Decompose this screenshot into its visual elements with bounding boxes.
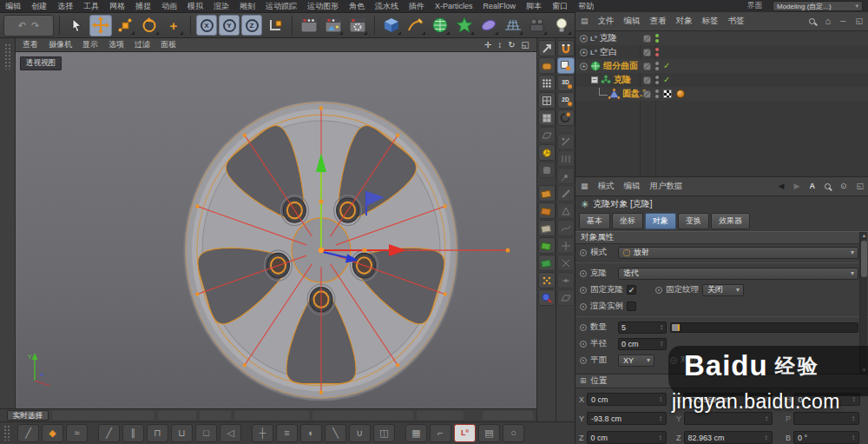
scale-tool-button[interactable] <box>114 15 136 36</box>
spline-pen-button[interactable] <box>404 15 427 36</box>
keyframe-circle-icon[interactable] <box>580 303 587 310</box>
fix-clone-checkbox[interactable]: ✓ <box>627 285 636 295</box>
enable-axis-button[interactable] <box>538 144 556 161</box>
size-y-input[interactable]: ↕ <box>684 412 773 425</box>
material-tag-icon[interactable] <box>676 89 685 98</box>
texture-tag-icon[interactable] <box>663 89 672 98</box>
last-tool-button[interactable]: + <box>162 15 185 36</box>
rot-p-input[interactable]: ↕ <box>793 412 859 425</box>
vp-menu-options[interactable]: 选项 <box>108 39 124 50</box>
menu-item-mesh[interactable]: 网格 <box>109 1 125 12</box>
scroll-up-icon[interactable]: ▲ <box>860 233 868 238</box>
wheel-rim-model[interactable]: Y <box>16 52 536 408</box>
menu-item-xparticles[interactable]: X-Particles <box>435 2 473 10</box>
spline-snap-button[interactable] <box>557 220 575 236</box>
am-menu-mode[interactable]: 模式 <box>598 181 615 192</box>
layer-toggle-icon[interactable] <box>643 63 651 70</box>
keyframe-circle-icon[interactable] <box>580 287 587 294</box>
object-label[interactable]: 细分曲面 <box>603 60 638 72</box>
gizmo-center-handle[interactable] <box>319 248 324 253</box>
polygons-mode-button[interactable] <box>538 109 556 126</box>
subdivision-surface-button[interactable] <box>429 15 451 36</box>
visibility-dots[interactable] <box>655 48 659 56</box>
undo-redo-button[interactable]: ↶↷ <box>3 15 54 36</box>
spinner-icon[interactable]: ↕ <box>660 323 663 331</box>
om-menu-edit[interactable]: 编辑 <box>624 16 641 27</box>
layer-toggle-icon[interactable] <box>643 35 651 43</box>
bridge-tool-button[interactable]: ◐ <box>300 424 322 442</box>
keyframe-circle-icon[interactable] <box>580 341 587 348</box>
uv-point-mode-button[interactable] <box>538 237 556 254</box>
keyframe-circle-icon[interactable] <box>580 249 587 256</box>
lock-z-axis-button[interactable]: Z <box>241 15 262 36</box>
viewport-solo-button[interactable] <box>538 289 556 306</box>
om-menu-file[interactable]: 文件 <box>598 16 615 27</box>
menu-item-edit[interactable]: 编辑 <box>5 1 21 12</box>
extrude-button[interactable]: ⊔ <box>171 424 193 442</box>
coordinate-system-button[interactable] <box>264 15 286 36</box>
floor-button[interactable] <box>502 15 524 36</box>
clones-select[interactable]: 迭代 <box>618 268 858 280</box>
lock-icon[interactable]: ⊙ <box>840 182 847 190</box>
tree-row-subdivision[interactable]: + 细分曲面 ✓ <box>575 59 868 73</box>
layer-toggle-icon[interactable] <box>643 76 651 84</box>
workplane-snap-button[interactable] <box>557 289 575 306</box>
vp-menu-view[interactable]: 查看 <box>23 39 38 50</box>
panel-menu-icon[interactable]: ▦ <box>581 182 589 190</box>
smooth-shift-button[interactable]: ⌐ <box>430 424 451 442</box>
array-tool-button[interactable]: ▦ <box>405 424 427 442</box>
snap-settings-button[interactable] <box>538 272 556 288</box>
plane-select[interactable]: XY <box>618 355 654 367</box>
grid-point-snap-button[interactable] <box>557 133 575 149</box>
optimize-button[interactable]: ○ <box>503 424 524 442</box>
dock-icon[interactable]: ◱ <box>856 182 864 190</box>
mode-select[interactable]: 放射 <box>618 247 858 259</box>
menu-item-mograph[interactable]: 运动图形 <box>307 1 339 12</box>
pos-z-input[interactable]: 0 cm↕ <box>587 431 667 444</box>
render-picture-viewer-button[interactable] <box>322 15 345 36</box>
brush-tool-button[interactable]: ╲ <box>325 424 346 442</box>
fix-texture-select[interactable]: 关闭 <box>702 284 744 296</box>
panel-menu-icon[interactable]: ▤ <box>581 17 589 25</box>
uv-polygon-mode-button[interactable] <box>538 220 556 236</box>
subdivide-button[interactable]: ▤ <box>478 424 500 442</box>
weld-tool-button[interactable]: ┼ <box>252 424 273 442</box>
visibility-dots[interactable] <box>655 34 659 43</box>
active-tool-chip[interactable]: 实时选择 <box>7 410 49 421</box>
points-mode-button[interactable] <box>538 75 556 91</box>
menu-item-pipeline[interactable]: 流水线 <box>375 1 398 12</box>
keyframe-circle-icon[interactable] <box>580 357 587 364</box>
slider-handle[interactable] <box>672 324 680 331</box>
workplane-mode-button[interactable] <box>538 127 556 143</box>
midpoint-snap-button[interactable] <box>557 272 575 288</box>
minimize-icon[interactable]: ─ <box>840 17 845 25</box>
menu-item-tools[interactable]: 工具 <box>83 1 99 12</box>
object-label[interactable]: 空白 <box>600 46 617 58</box>
left-palette-handle[interactable] <box>0 38 16 421</box>
menu-item-snap[interactable]: 捕捉 <box>135 1 151 12</box>
menu-item-window[interactable]: 窗口 <box>552 1 568 12</box>
model-mode-button[interactable] <box>538 57 556 74</box>
expander-icon[interactable]: − <box>591 76 598 83</box>
vp-menu-filter[interactable]: 过滤 <box>135 39 150 50</box>
light-button[interactable] <box>550 15 573 36</box>
tree-row-disc[interactable]: 圆盘.1 <box>575 87 868 101</box>
am-menu-userdata[interactable]: 用户数据 <box>650 181 683 192</box>
menu-item-animate[interactable]: 动画 <box>161 1 177 12</box>
pan-view-icon[interactable]: ✛ <box>484 41 491 50</box>
visibility-dots[interactable] <box>655 76 659 84</box>
menu-item-select[interactable]: 选择 <box>57 1 73 12</box>
expander-icon[interactable]: + <box>580 49 588 56</box>
texture-mode-button[interactable] <box>538 185 556 202</box>
menu-item-sculpt[interactable]: 雕刻 <box>240 1 255 12</box>
edge-snap-button[interactable] <box>557 185 575 202</box>
visibility-dots[interactable] <box>655 89 659 98</box>
deformer-button[interactable] <box>453 15 476 36</box>
inner-extrude-button[interactable]: □ <box>195 424 217 442</box>
vp-menu-cameras[interactable]: 摄像机 <box>49 39 72 50</box>
object-label[interactable]: 克隆 <box>614 74 631 86</box>
stitch-tool-button[interactable]: ≡ <box>276 424 298 442</box>
view-label[interactable]: 透视视图 <box>20 56 62 70</box>
count-slider[interactable] <box>670 322 858 333</box>
render-instance-checkbox[interactable] <box>627 302 636 311</box>
